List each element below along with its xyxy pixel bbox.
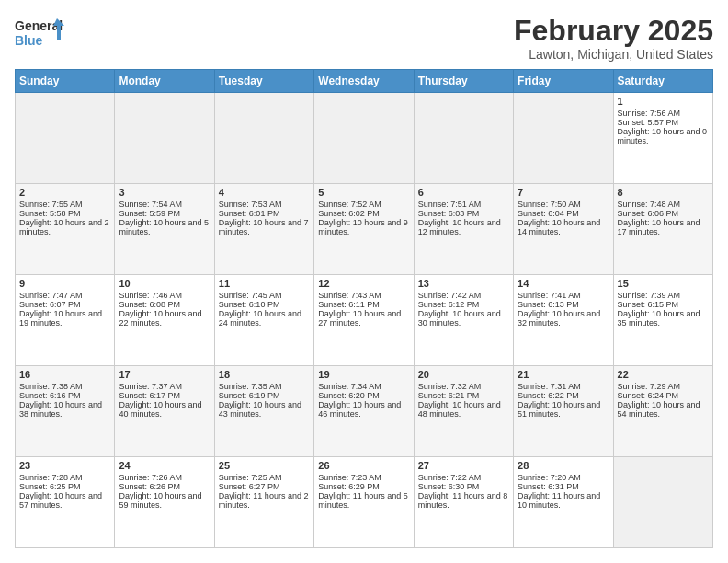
calendar-cell: 18Sunrise: 7:35 AMSunset: 6:19 PMDayligh… xyxy=(214,366,313,457)
day-number: 15 xyxy=(618,278,709,289)
calendar-cell xyxy=(514,93,613,184)
cell-content: Sunrise: 7:55 AM xyxy=(19,200,110,209)
cell-content: Sunrise: 7:28 AM xyxy=(19,473,110,482)
cell-content: Sunrise: 7:51 AM xyxy=(418,200,509,209)
cell-content: Sunrise: 7:50 AM xyxy=(518,200,609,209)
cell-content: Sunrise: 7:54 AM xyxy=(119,200,210,209)
cell-content: Daylight: 10 hours and 22 minutes. xyxy=(119,309,210,327)
cell-content: Sunrise: 7:46 AM xyxy=(119,291,210,300)
cell-content: Daylight: 10 hours and 35 minutes. xyxy=(618,309,709,327)
day-number: 28 xyxy=(518,460,609,471)
cell-content: Daylight: 10 hours and 24 minutes. xyxy=(219,309,310,327)
cell-content: Sunset: 5:57 PM xyxy=(618,118,709,127)
cell-content: Sunrise: 7:41 AM xyxy=(518,291,609,300)
day-number: 25 xyxy=(219,460,310,471)
col-saturday: Saturday xyxy=(613,70,712,93)
cell-content: Daylight: 10 hours and 32 minutes. xyxy=(518,309,609,327)
cell-content: Sunset: 6:17 PM xyxy=(119,391,210,400)
cell-content: Sunset: 6:06 PM xyxy=(618,209,709,218)
day-number: 26 xyxy=(318,460,409,471)
day-number: 7 xyxy=(518,187,609,198)
day-number: 9 xyxy=(19,278,110,289)
calendar-cell: 19Sunrise: 7:34 AMSunset: 6:20 PMDayligh… xyxy=(314,366,414,457)
calendar-cell xyxy=(414,93,513,184)
cell-content: Daylight: 10 hours and 19 minutes. xyxy=(19,309,110,327)
cell-content: Sunset: 6:24 PM xyxy=(618,391,709,400)
cell-content: Daylight: 10 hours and 46 minutes. xyxy=(318,400,409,419)
calendar-cell: 15Sunrise: 7:39 AMSunset: 6:15 PMDayligh… xyxy=(613,275,712,366)
cell-content: Sunrise: 7:20 AM xyxy=(518,473,609,482)
cell-content: Daylight: 10 hours and 7 minutes. xyxy=(219,218,310,236)
cell-content: Daylight: 10 hours and 59 minutes. xyxy=(119,491,210,510)
cell-content: Sunset: 6:11 PM xyxy=(318,300,409,309)
calendar: Sunday Monday Tuesday Wednesday Thursday… xyxy=(15,69,713,548)
calendar-cell: 12Sunrise: 7:43 AMSunset: 6:11 PMDayligh… xyxy=(314,275,414,366)
cell-content: Sunset: 6:20 PM xyxy=(318,391,409,400)
cell-content: Daylight: 10 hours and 48 minutes. xyxy=(418,400,509,419)
cell-content: Daylight: 10 hours and 40 minutes. xyxy=(119,400,210,419)
col-monday: Monday xyxy=(115,70,214,93)
calendar-cell: 23Sunrise: 7:28 AMSunset: 6:25 PMDayligh… xyxy=(16,457,115,548)
calendar-cell: 3Sunrise: 7:54 AMSunset: 5:59 PMDaylight… xyxy=(115,184,214,275)
cell-content: Sunrise: 7:39 AM xyxy=(618,291,709,300)
cell-content: Daylight: 10 hours and 54 minutes. xyxy=(618,400,709,419)
cell-content: Sunrise: 7:52 AM xyxy=(318,200,409,209)
cell-content: Sunset: 6:13 PM xyxy=(518,300,609,309)
week-row-1: 2Sunrise: 7:55 AMSunset: 5:58 PMDaylight… xyxy=(16,184,713,275)
calendar-cell: 22Sunrise: 7:29 AMSunset: 6:24 PMDayligh… xyxy=(613,366,712,457)
calendar-cell: 28Sunrise: 7:20 AMSunset: 6:31 PMDayligh… xyxy=(514,457,613,548)
col-sunday: Sunday xyxy=(16,70,115,93)
cell-content: Daylight: 11 hours and 2 minutes. xyxy=(219,491,310,510)
day-number: 23 xyxy=(19,460,110,471)
title-block: February 2025 Lawton, Michigan, United S… xyxy=(514,15,713,62)
cell-content: Sunset: 5:58 PM xyxy=(19,209,110,218)
day-number: 18 xyxy=(219,369,310,380)
day-number: 20 xyxy=(418,369,509,380)
cell-content: Sunrise: 7:26 AM xyxy=(119,473,210,482)
day-number: 17 xyxy=(119,369,210,380)
day-number: 13 xyxy=(418,278,509,289)
col-thursday: Thursday xyxy=(414,70,513,93)
cell-content: Sunrise: 7:48 AM xyxy=(618,200,709,209)
calendar-cell xyxy=(314,93,414,184)
calendar-cell: 7Sunrise: 7:50 AMSunset: 6:04 PMDaylight… xyxy=(514,184,613,275)
cell-content: Sunrise: 7:23 AM xyxy=(318,473,409,482)
day-number: 14 xyxy=(518,278,609,289)
cell-content: Sunset: 6:25 PM xyxy=(19,482,110,491)
cell-content: Sunrise: 7:22 AM xyxy=(418,473,509,482)
cell-content: Sunrise: 7:35 AM xyxy=(219,382,310,391)
col-wednesday: Wednesday xyxy=(314,70,414,93)
calendar-cell: 2Sunrise: 7:55 AMSunset: 5:58 PMDaylight… xyxy=(16,184,115,275)
week-row-3: 16Sunrise: 7:38 AMSunset: 6:16 PMDayligh… xyxy=(16,366,713,457)
header: GeneralBlue February 2025 Lawton, Michig… xyxy=(15,15,713,62)
cell-content: Sunrise: 7:37 AM xyxy=(119,382,210,391)
calendar-cell: 13Sunrise: 7:42 AMSunset: 6:12 PMDayligh… xyxy=(414,275,513,366)
cell-content: Sunset: 6:31 PM xyxy=(518,482,609,491)
cell-content: Sunset: 6:30 PM xyxy=(418,482,509,491)
cell-content: Sunrise: 7:25 AM xyxy=(219,473,310,482)
cell-content: Sunset: 6:16 PM xyxy=(19,391,110,400)
calendar-cell: 20Sunrise: 7:32 AMSunset: 6:21 PMDayligh… xyxy=(414,366,513,457)
cell-content: Daylight: 10 hours and 2 minutes. xyxy=(19,218,110,236)
cell-content: Sunset: 6:27 PM xyxy=(219,482,310,491)
cell-content: Sunrise: 7:32 AM xyxy=(418,382,509,391)
cell-content: Daylight: 10 hours and 12 minutes. xyxy=(418,218,509,236)
day-number: 12 xyxy=(318,278,409,289)
week-row-2: 9Sunrise: 7:47 AMSunset: 6:07 PMDaylight… xyxy=(16,275,713,366)
calendar-cell: 14Sunrise: 7:41 AMSunset: 6:13 PMDayligh… xyxy=(514,275,613,366)
calendar-cell: 10Sunrise: 7:46 AMSunset: 6:08 PMDayligh… xyxy=(115,275,214,366)
logo-svg: GeneralBlue xyxy=(15,15,65,52)
col-friday: Friday xyxy=(514,70,613,93)
calendar-cell: 6Sunrise: 7:51 AMSunset: 6:03 PMDaylight… xyxy=(414,184,513,275)
cell-content: Sunset: 6:19 PM xyxy=(219,391,310,400)
cell-content: Sunrise: 7:38 AM xyxy=(19,382,110,391)
cell-content: Sunrise: 7:29 AM xyxy=(618,382,709,391)
calendar-cell: 17Sunrise: 7:37 AMSunset: 6:17 PMDayligh… xyxy=(115,366,214,457)
col-tuesday: Tuesday xyxy=(214,70,313,93)
cell-content: Sunrise: 7:45 AM xyxy=(219,291,310,300)
day-number: 11 xyxy=(219,278,310,289)
week-row-0: 1Sunrise: 7:56 AMSunset: 5:57 PMDaylight… xyxy=(16,93,713,184)
cell-content: Sunrise: 7:31 AM xyxy=(518,382,609,391)
cell-content: Sunset: 5:59 PM xyxy=(119,209,210,218)
calendar-cell xyxy=(16,93,115,184)
